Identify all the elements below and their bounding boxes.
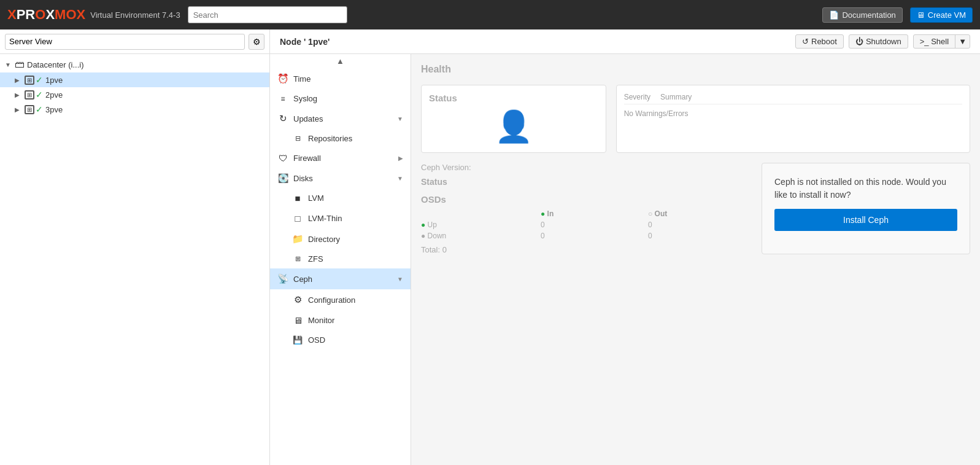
lvm-thin-icon: □ — [292, 213, 303, 224]
nav-scroll-up[interactable]: ▲ — [270, 54, 411, 68]
status-box-title: Status — [429, 93, 598, 103]
documentation-label: Documentation — [842, 10, 895, 20]
datacenter-expand-arrow: ▼ — [5, 61, 12, 68]
content-split: ▲ ⏰ Time ≡ Syslog ↻ Updates ▼ — [270, 54, 980, 465]
tree-item-3pve[interactable]: ▶ ⊞ ✓ 3pve — [0, 102, 269, 117]
monitor-icon: 🖥 — [292, 315, 303, 326]
monitor-label: Monitor — [308, 316, 403, 325]
nav-item-zfs[interactable]: ⊞ ZFS — [270, 249, 411, 268]
logo-version: Virtual Environment 7.4-3 — [90, 10, 180, 20]
reboot-button[interactable]: ↺ Reboot — [795, 34, 844, 49]
osd-icon: 💾 — [292, 335, 303, 345]
ceph-section: Ceph Version: Status OSDs ● In — [421, 163, 970, 254]
disks-arrow: ▼ — [397, 175, 403, 182]
osds-up-in-val: 0 — [541, 221, 638, 229]
ceph-install-panel: Ceph is not installed on this node. Woul… — [762, 163, 970, 254]
nav-item-directory[interactable]: 📁 Directory — [270, 229, 411, 249]
3pve-label: 3pve — [45, 105, 63, 114]
syslog-label: Syslog — [293, 94, 403, 103]
top-header: X PR O X MO X Virtual Environment 7.4-3 … — [0, 0, 980, 29]
install-ceph-button[interactable]: Install Ceph — [774, 209, 957, 231]
shutdown-label: Shutdown — [866, 37, 901, 46]
nav-item-osd[interactable]: 💾 OSD — [270, 330, 411, 350]
updates-arrow: ▼ — [397, 115, 403, 122]
tree-item-1pve[interactable]: ▶ ⊞ ✓ 1pve — [0, 72, 269, 87]
ceph-label: Ceph — [293, 275, 392, 284]
nav-item-configuration[interactable]: ⚙ Configuration — [270, 289, 411, 310]
shell-dropdown-arrow[interactable]: ▼ — [955, 35, 970, 48]
nav-item-updates[interactable]: ↻ Updates ▼ — [270, 108, 411, 129]
tree-item-2pve[interactable]: ▶ ⊞ ✓ 2pve — [0, 87, 269, 102]
node-check-icon-3: ✓ — [36, 104, 43, 114]
reboot-label: Reboot — [811, 37, 837, 46]
syslog-icon: ≡ — [277, 95, 288, 103]
right-content: Node ' 1pve' ↺ Reboot ⏻ Shutdown >_ Shel… — [270, 29, 980, 465]
create-vm-label: Create VM — [928, 10, 966, 20]
reboot-icon: ↺ — [802, 37, 809, 46]
health-title: Health — [421, 64, 970, 75]
logo-x3: X — [77, 7, 86, 23]
logo-o: O — [35, 7, 45, 23]
main-panel: Health Status 👤 Severity Summar — [411, 54, 980, 465]
node-grid-icon-3: ⊞ — [25, 105, 34, 114]
time-label: Time — [293, 74, 403, 84]
logo-x2: X — [45, 7, 55, 23]
osds-grid: ● In ○ Out ● Up — [421, 209, 752, 240]
install-ceph-label: Install Ceph — [843, 215, 889, 225]
nav-item-syslog[interactable]: ≡ Syslog — [270, 89, 411, 108]
create-vm-button[interactable]: 🖥 Create VM — [910, 7, 973, 23]
nav-item-time[interactable]: ⏰ Time — [270, 68, 411, 89]
status-box: Status 👤 — [421, 85, 606, 153]
create-vm-icon: 🖥 — [917, 10, 925, 20]
shell-label: Shell — [931, 37, 949, 46]
ceph-version-label: Ceph Version: — [421, 163, 752, 172]
disks-icon: 💽 — [277, 173, 288, 183]
node-grid-icon-2: ⊞ — [25, 90, 34, 100]
3pve-node-icon: ⊞ ✓ — [25, 104, 43, 114]
nav-menu: ▲ ⏰ Time ≡ Syslog ↻ Updates ▼ — [270, 54, 411, 465]
3pve-expand-arrow: ▶ — [15, 106, 22, 113]
firewall-icon: 🛡 — [277, 153, 288, 163]
shell-main: >_ Shell — [914, 35, 955, 48]
severity-label: Severity — [624, 93, 650, 101]
2pve-expand-arrow: ▶ — [15, 92, 22, 98]
osd-label: OSD — [308, 335, 403, 345]
ceph-status-title: Status — [421, 177, 752, 187]
shell-icon: >_ — [920, 37, 929, 46]
shutdown-icon: ⏻ — [855, 37, 863, 46]
nav-item-lvm[interactable]: ■ LVM — [270, 188, 411, 208]
nav-item-disks[interactable]: 💽 Disks ▼ — [270, 168, 411, 188]
firewall-label: Firewall — [293, 154, 393, 163]
directory-label: Directory — [308, 235, 403, 244]
logo-pr: PR — [17, 7, 36, 23]
summary-label: Summary — [660, 93, 692, 101]
updates-icon: ↻ — [277, 113, 288, 124]
nav-item-lvm-thin[interactable]: □ LVM-Thin — [270, 208, 411, 229]
logo-x: X — [7, 7, 17, 23]
repositories-label: Repositories — [308, 134, 403, 143]
zfs-icon: ⊞ — [292, 255, 303, 263]
osds-down-out-val: 0 — [648, 232, 752, 240]
nav-item-monitor[interactable]: 🖥 Monitor — [270, 310, 411, 330]
shutdown-button[interactable]: ⏻ Shutdown — [849, 34, 908, 49]
nav-item-firewall[interactable]: 🛡 Firewall ▶ — [270, 148, 411, 168]
ceph-icon: 📡 — [277, 273, 288, 284]
logo-mo: MO — [55, 7, 76, 23]
server-view-select[interactable]: Server View — [5, 34, 245, 50]
tree-item-datacenter[interactable]: ▼ 🗃 Datacenter (i...i) — [0, 57, 269, 72]
nav-item-repositories[interactable]: ⊟ Repositories — [270, 129, 411, 148]
disks-label: Disks — [293, 174, 392, 183]
configuration-icon: ⚙ — [292, 294, 303, 305]
status-section: Status 👤 Severity Summary No Warnings/Er… — [421, 85, 970, 153]
ceph-info: Ceph Version: Status OSDs ● In — [421, 163, 752, 254]
documentation-button[interactable]: 📄 Documentation — [822, 7, 902, 23]
nav-item-ceph[interactable]: 📡 Ceph ▼ — [270, 268, 411, 289]
2pve-node-icon: ⊞ ✓ — [25, 90, 43, 100]
shell-button[interactable]: >_ Shell ▼ — [913, 34, 970, 49]
status-icon-area: 👤 — [429, 108, 598, 145]
search-input[interactable] — [188, 6, 347, 23]
tree-area: ▼ 🗃 Datacenter (i...i) ▶ ⊞ ✓ 1pve ▶ ⊞ ✓ — [0, 54, 269, 465]
gear-icon: ⚙ — [253, 37, 261, 47]
gear-button[interactable]: ⚙ — [249, 34, 264, 50]
warnings-panel: Severity Summary No Warnings/Errors — [616, 85, 970, 153]
